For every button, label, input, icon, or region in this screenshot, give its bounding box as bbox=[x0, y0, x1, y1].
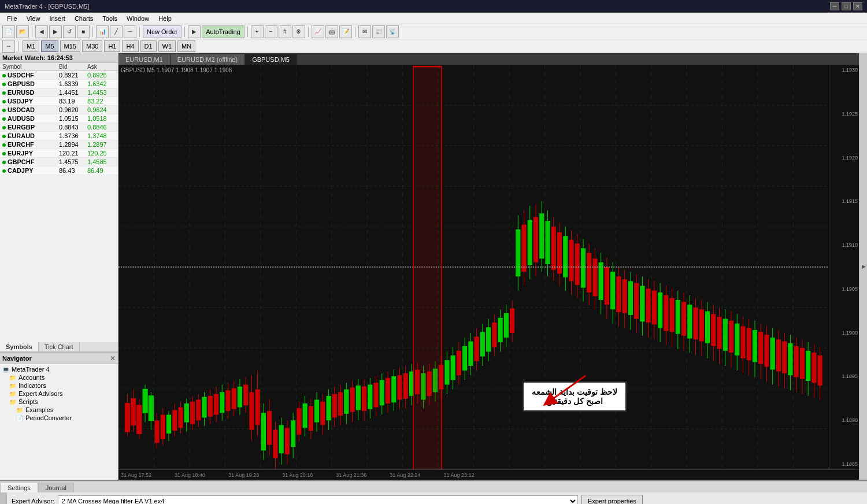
fwd-btn[interactable]: ▶ bbox=[49, 25, 62, 38]
svg-rect-247 bbox=[770, 338, 775, 369]
chart-tab-1[interactable]: EURUSD,M2 (offline) bbox=[171, 54, 245, 65]
ea-select[interactable]: 2 MA Crosses Mega filter EA V1.ex4 bbox=[58, 495, 578, 504]
market-watch-row[interactable]: EURUSD 1.4451 1.4453 bbox=[0, 88, 118, 97]
tf-btn-d1[interactable]: D1 bbox=[140, 40, 157, 52]
signal-btn[interactable]: 📡 bbox=[386, 25, 399, 38]
nav-tree-item[interactable]: 📁Examples bbox=[14, 406, 118, 414]
svg-rect-139 bbox=[451, 355, 455, 380]
svg-rect-189 bbox=[599, 262, 603, 300]
svg-rect-69 bbox=[243, 384, 248, 405]
autotrading-icon[interactable]: ▶ bbox=[188, 25, 201, 38]
mw-tab-0[interactable]: Symbols bbox=[0, 342, 39, 351]
svg-rect-79 bbox=[273, 430, 277, 458]
nav-tree-item[interactable]: 💻MetaTrader 4 bbox=[0, 365, 118, 373]
nav-tree-item[interactable]: 📄PeriodConverter bbox=[14, 414, 118, 422]
svg-rect-201 bbox=[634, 283, 639, 319]
maximize-button[interactable]: □ bbox=[842, 2, 851, 10]
svg-rect-73 bbox=[255, 390, 260, 425]
svg-rect-187 bbox=[592, 258, 597, 296]
menu-item-window[interactable]: Window bbox=[122, 14, 154, 23]
menu-item-help[interactable]: Help bbox=[154, 14, 176, 23]
svg-rect-123 bbox=[403, 373, 408, 399]
vertical-tab[interactable]: ▶ bbox=[859, 53, 867, 480]
market-watch-row[interactable]: USDJPY 83.19 83.22 bbox=[0, 97, 118, 106]
bp-tab-settings[interactable]: Settings bbox=[0, 483, 38, 492]
chart-btn[interactable]: 📊 bbox=[96, 25, 109, 38]
grid-btn[interactable]: # bbox=[279, 25, 291, 38]
svg-rect-117 bbox=[386, 378, 390, 403]
nav-tree-item[interactable]: 📁Accounts bbox=[7, 373, 118, 381]
nav-tree-item[interactable]: 📁Scripts bbox=[7, 398, 118, 406]
minimize-button[interactable]: ─ bbox=[830, 2, 839, 10]
market-watch-row[interactable]: GBPUSD 1.6339 1.6342 bbox=[0, 80, 118, 88]
menu-item-charts[interactable]: Charts bbox=[70, 14, 98, 23]
menubar: FileViewInsertChartsToolsWindowHelp bbox=[0, 13, 867, 24]
svg-rect-225 bbox=[705, 312, 710, 343]
mw-tab-1[interactable]: Tick Chart bbox=[39, 342, 80, 351]
market-watch-row[interactable]: USDCHF 0.8921 0.8925 bbox=[0, 71, 118, 80]
nav-tree-item[interactable]: 📁Expert Advisors bbox=[7, 390, 118, 398]
svg-rect-251 bbox=[782, 342, 787, 373]
nav-tree-item[interactable]: 📁Indicators bbox=[7, 381, 118, 390]
svg-rect-213 bbox=[669, 298, 674, 332]
tf-btn-h1[interactable]: H1 bbox=[104, 40, 120, 52]
tf-btn-mn[interactable]: MN bbox=[177, 40, 195, 52]
mail-btn[interactable]: ✉ bbox=[358, 25, 371, 38]
expert-props-button[interactable]: Expert properties bbox=[581, 495, 643, 504]
autotrading-button[interactable]: AutoTrading bbox=[202, 25, 244, 38]
svg-rect-77 bbox=[267, 411, 272, 445]
menu-item-insert[interactable]: Insert bbox=[45, 14, 70, 23]
close-button[interactable]: ✕ bbox=[853, 2, 862, 10]
tf-btn-m5[interactable]: M5 bbox=[41, 40, 58, 52]
mw-ask: 120.25 bbox=[87, 150, 116, 157]
tf-btn-m1[interactable]: M1 bbox=[23, 40, 39, 52]
indicator-btn[interactable]: 📈 bbox=[312, 25, 324, 38]
menu-item-tools[interactable]: Tools bbox=[98, 14, 122, 23]
chart-tab-0[interactable]: EURUSD,M1 bbox=[118, 54, 171, 65]
tf-btn-w1[interactable]: W1 bbox=[158, 40, 176, 52]
chart-tab-2[interactable]: GBPUSD,M5 bbox=[245, 54, 297, 65]
draw-btn[interactable]: ↔ bbox=[2, 40, 15, 53]
tf-btn-h4[interactable]: H4 bbox=[122, 40, 138, 52]
refresh-btn[interactable]: ↺ bbox=[63, 25, 76, 38]
col-ask: Ask bbox=[87, 64, 116, 70]
bp-tab-journal[interactable]: Journal bbox=[38, 483, 74, 492]
hline-btn[interactable]: ─ bbox=[124, 25, 136, 38]
market-watch-row[interactable]: EURJPY 120.21 120.25 bbox=[0, 149, 118, 158]
props-btn[interactable]: ⚙ bbox=[292, 25, 305, 38]
menu-item-file[interactable]: File bbox=[2, 14, 22, 23]
market-watch-tabs: SymbolsTick Chart bbox=[0, 342, 118, 352]
mw-ask: 1.4453 bbox=[87, 89, 116, 96]
open-btn[interactable]: 📂 bbox=[16, 25, 29, 38]
new-file-btn[interactable]: 📄 bbox=[2, 25, 15, 38]
zoom-in-btn[interactable]: + bbox=[251, 25, 264, 38]
market-watch-row[interactable]: USDCAD 0.9620 0.9624 bbox=[0, 106, 118, 114]
back-btn[interactable]: ◀ bbox=[35, 25, 48, 38]
market-watch-row[interactable]: GBPCHF 1.4575 1.4585 bbox=[0, 158, 118, 166]
line-btn[interactable]: ╱ bbox=[110, 25, 123, 38]
market-watch-row[interactable]: EURCHF 1.2894 1.2897 bbox=[0, 140, 118, 149]
chart-canvas[interactable]: GBPUSD,M5 1.1907 1.1908 1.1907 1.1908 bbox=[118, 65, 829, 469]
tree-icon: 📄 bbox=[16, 415, 23, 421]
st-left-tab[interactable]: ◀ bbox=[0, 492, 7, 504]
stop-btn[interactable]: ■ bbox=[77, 25, 90, 38]
svg-rect-87 bbox=[297, 408, 301, 435]
market-watch-row[interactable]: AUDUSD 1.0515 1.0518 bbox=[0, 114, 118, 123]
market-watch-row[interactable]: EURGBP 0.8843 0.8846 bbox=[0, 123, 118, 132]
tf-btn-m30[interactable]: M30 bbox=[82, 40, 102, 52]
news-btn[interactable]: 📰 bbox=[372, 25, 385, 38]
tf-btn-m15[interactable]: M15 bbox=[60, 40, 80, 52]
expert-btn[interactable]: 🤖 bbox=[325, 25, 338, 38]
price-level: 1.1915 bbox=[831, 198, 858, 204]
menu-item-view[interactable]: View bbox=[22, 14, 45, 23]
script-btn[interactable]: 📝 bbox=[339, 25, 352, 38]
svg-rect-245 bbox=[764, 335, 769, 366]
titlebar: MetaTrader 4 - [GBPUSD,M5] ─ □ ✕ bbox=[0, 0, 867, 13]
navigator-close[interactable]: ✕ bbox=[110, 354, 116, 362]
new-order-button[interactable]: New Order bbox=[143, 25, 181, 38]
market-watch: Market Watch: 16:24:53 Symbol Bid Ask US… bbox=[0, 53, 118, 353]
mw-ask: 0.9624 bbox=[87, 106, 116, 113]
zoom-out-btn[interactable]: − bbox=[265, 25, 277, 38]
market-watch-row[interactable]: CADJPY 86.43 86.49 bbox=[0, 166, 118, 175]
market-watch-row[interactable]: EURAUD 1.3736 1.3748 bbox=[0, 132, 118, 140]
